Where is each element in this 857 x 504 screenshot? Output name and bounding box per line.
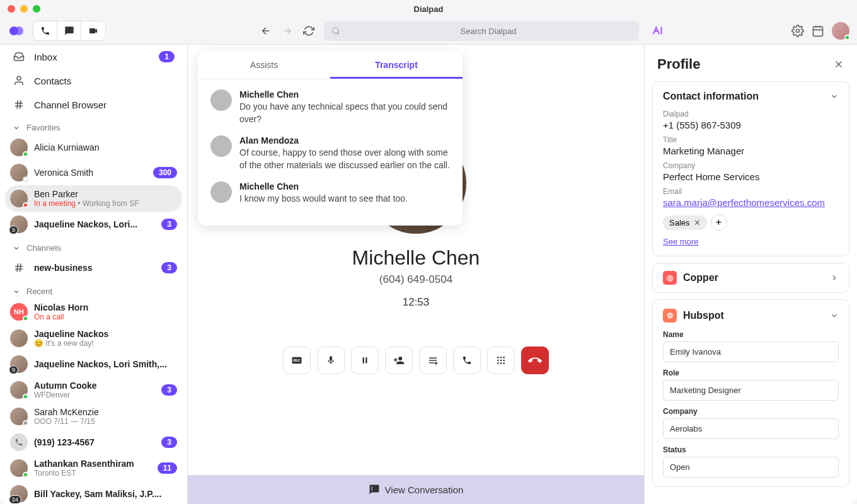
user-avatar[interactable]	[832, 22, 849, 40]
nav-contacts[interactable]: Contacts	[0, 69, 187, 93]
list-content: Jaqueline Nackos😊 It's a new day!	[34, 329, 177, 348]
hold-button[interactable]	[351, 346, 379, 374]
video-button[interactable]	[81, 21, 105, 40]
hubspot-company-input[interactable]	[663, 418, 839, 439]
list-avatar	[10, 381, 28, 399]
svg-point-3	[797, 30, 800, 33]
hubspot-role-input[interactable]	[663, 380, 839, 401]
field-label: Name	[663, 330, 839, 339]
window-close-button[interactable]	[8, 5, 15, 13]
chevron-down-icon	[13, 124, 20, 132]
chat-icon	[369, 484, 380, 495]
nav-forward-button[interactable]	[280, 23, 295, 38]
presence-indicator	[23, 394, 28, 399]
card-title: ⚙ Hubspot	[663, 309, 724, 323]
speaker-name: Alan Mendoza	[239, 135, 450, 146]
list-name: new-business	[34, 263, 155, 273]
search-box[interactable]	[324, 21, 639, 41]
transfer-button[interactable]	[419, 346, 447, 374]
hubspot-icon: ⚙	[663, 309, 677, 323]
caller-phone: (604) 649-0504	[379, 273, 452, 286]
tag-label: Sales	[669, 218, 690, 227]
hubspot-card: ⚙ Hubspot Name Role Company Status	[652, 299, 849, 487]
list-item[interactable]: Veronica Smith300	[0, 160, 187, 185]
card-header[interactable]: Contact information	[663, 91, 839, 102]
nav-inbox[interactable]: Inbox 1	[0, 45, 187, 69]
toolbar-right	[791, 22, 849, 40]
list-item[interactable]: new-business3	[0, 255, 187, 280]
badge: 3	[161, 437, 177, 448]
close-icon	[833, 59, 844, 70]
dialpad-button[interactable]	[487, 346, 515, 374]
window-maximize-button[interactable]	[33, 5, 40, 13]
list-item[interactable]: 24Bill Yackey, Sam Maliksi, J.P....	[0, 481, 187, 504]
inbox-icon	[13, 51, 25, 62]
list-item[interactable]: 9Jaqueline Nackos, Lori Smith,...	[0, 352, 187, 377]
nav-back-button[interactable]	[258, 23, 273, 38]
refresh-button[interactable]	[301, 23, 316, 38]
message-button[interactable]	[57, 21, 81, 40]
view-conversation-button[interactable]: View Conversation	[188, 475, 644, 504]
list-content: Ben ParkerIn a meeting • Working from SF	[34, 189, 177, 208]
list-item[interactable]: Ben ParkerIn a meeting • Working from SF	[5, 185, 182, 212]
calendar-icon[interactable]	[812, 25, 824, 37]
hangup-button[interactable]	[521, 346, 549, 374]
svg-point-10	[497, 357, 499, 358]
list-item[interactable]: Autumn CookeWFDenver3	[0, 377, 187, 403]
tab-transcript[interactable]: Transcript	[330, 51, 463, 79]
view-conversation-label: View Conversation	[385, 484, 464, 495]
panel-title: Profile	[657, 56, 700, 72]
list-item[interactable]: Alicia Kurniawan	[0, 135, 187, 160]
card-header[interactable]: ⚙ Hubspot	[663, 309, 839, 323]
chevron-down-icon	[830, 92, 839, 101]
chevron-down-icon	[13, 244, 20, 252]
speaker-name: Michelle Chen	[239, 89, 450, 100]
list-avatar: 24	[10, 485, 28, 503]
keypad-call-button[interactable]	[453, 346, 481, 374]
list-item[interactable]: Lathankan RasenthiramToronto EST11	[0, 455, 187, 481]
ai-icon[interactable]	[652, 25, 665, 37]
card-title: ◎ Copper	[663, 271, 718, 285]
inbox-badge: 1	[159, 51, 175, 62]
tag-remove-button[interactable]: ✕	[694, 218, 701, 227]
email-value[interactable]: sara.marja@perfecthomeservices.com	[663, 197, 839, 208]
add-participant-button[interactable]	[385, 346, 413, 374]
list-item[interactable]: 9Jaqueline Nackos, Lori...3	[0, 212, 187, 237]
count-badge: 24	[9, 495, 21, 504]
call-button[interactable]	[33, 21, 57, 40]
list-name: Lathankan Rasenthiram	[34, 459, 151, 469]
window-minimize-button[interactable]	[20, 5, 28, 13]
list-item[interactable]: Jaqueline Nackos😊 It's a new day!	[0, 325, 187, 352]
nav-channel-browser[interactable]: Channel Browser	[0, 93, 187, 117]
copper-card[interactable]: ◎ Copper	[652, 263, 849, 293]
list-avatar	[10, 139, 28, 156]
svg-text:REC: REC	[293, 358, 300, 362]
list-avatar	[10, 190, 28, 207]
call-timer: 12:53	[403, 296, 430, 309]
tab-assists[interactable]: Assists	[198, 51, 330, 79]
list-item[interactable]: Sarah McKenzieOOO 7/11 — 7/15	[0, 403, 187, 430]
list-avatar	[10, 164, 28, 181]
section-favorites[interactable]: Favorites	[0, 117, 187, 135]
search-input[interactable]	[345, 26, 631, 36]
svg-point-12	[503, 357, 505, 358]
see-more-link[interactable]: See more	[663, 237, 698, 246]
app-logo[interactable]	[8, 22, 25, 40]
transcript-entry: Michelle ChenI know my boss would want t…	[210, 181, 450, 205]
close-button[interactable]	[833, 59, 844, 70]
speaker-avatar	[210, 89, 232, 111]
record-button[interactable]: REC	[283, 346, 311, 374]
hubspot-status-input[interactable]	[663, 457, 839, 478]
settings-icon[interactable]	[791, 25, 804, 37]
section-channels[interactable]: Channels	[0, 237, 187, 255]
list-item[interactable]: NHNicolas HornOn a call	[0, 299, 187, 325]
mute-button[interactable]	[317, 346, 345, 374]
copper-icon: ◎	[663, 271, 677, 285]
list-item[interactable]: (919) 123-45673	[0, 430, 187, 455]
info-label: Dialpad	[663, 110, 839, 118]
list-name: Autumn Cooke	[34, 381, 155, 391]
list-content: Veronica Smith	[34, 168, 147, 178]
section-recent[interactable]: Recent	[0, 280, 187, 299]
hubspot-name-input[interactable]	[663, 341, 839, 362]
tag-add-button[interactable]: +	[711, 214, 727, 231]
